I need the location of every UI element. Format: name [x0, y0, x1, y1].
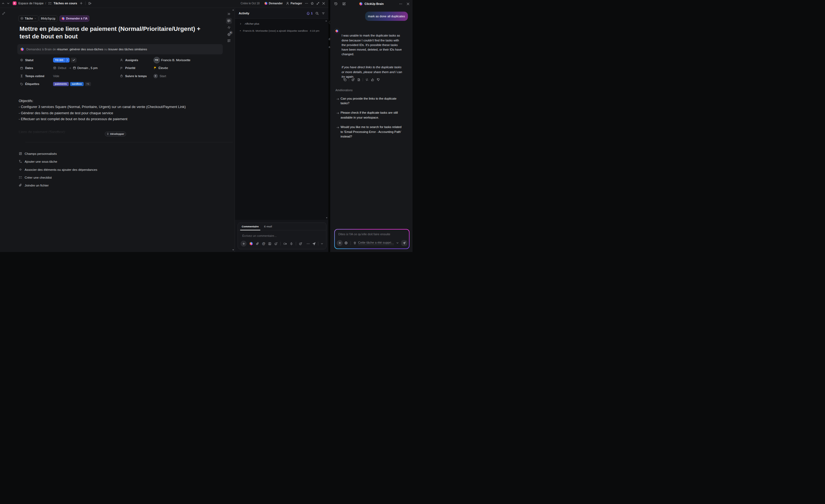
- send-options-button[interactable]: [320, 242, 323, 245]
- brain-send-button[interactable]: [401, 240, 407, 246]
- copy-response-button[interactable]: [343, 78, 347, 81]
- custom-fields-button[interactable]: Champs personnalisés: [19, 150, 97, 157]
- thumbs-up-button[interactable]: [371, 78, 374, 81]
- brain-add-button[interactable]: [337, 240, 343, 246]
- minimize-button[interactable]: [315, 0, 320, 6]
- tags-label: Étiquettes: [18, 82, 53, 85]
- brain-suggestion-banner[interactable]: Demandez à Brain de résumer, générer des…: [17, 44, 223, 54]
- assignees-icon: [120, 59, 123, 62]
- add-attachment-button[interactable]: [241, 241, 246, 246]
- voice-clip-button[interactable]: [290, 242, 293, 245]
- next-task-button[interactable]: [6, 0, 11, 6]
- filter-activity-button[interactable]: [321, 12, 325, 15]
- brain-web-button[interactable]: [344, 241, 348, 245]
- mention-button[interactable]: @: [262, 242, 265, 245]
- task-id-chip[interactable]: 86dy3gcjg: [39, 15, 57, 22]
- suggestion-item[interactable]: Would you like me to search for tasks re…: [335, 125, 409, 139]
- assignee[interactable]: FM Francis B. Morissette: [153, 57, 191, 63]
- relationships-icon[interactable]: [2, 12, 5, 15]
- activity-entry[interactable]: • Francis B. Morissette (vous) a ajouté …: [240, 29, 319, 32]
- regenerate-button[interactable]: [365, 78, 369, 81]
- start-date-button[interactable]: Début: [53, 66, 66, 70]
- brain-more-button[interactable]: [399, 2, 402, 6]
- create-doc-button[interactable]: [357, 78, 361, 81]
- calendar-plus-icon: [53, 66, 56, 70]
- chevron-right-icon: [239, 22, 242, 25]
- close-icon: [406, 2, 410, 6]
- scroll-up-arrow[interactable]: [232, 9, 234, 11]
- track-time-label: Suivre le temps: [119, 74, 153, 78]
- brain-flower-icon: [249, 242, 253, 245]
- ai-assist-button[interactable]: [249, 242, 253, 245]
- more-tools-button[interactable]: [306, 242, 310, 245]
- banner-option-taches-similaires: trouver des tâches similaires: [108, 48, 147, 51]
- assign-comment-button[interactable]: [299, 242, 302, 245]
- create-checklist-button[interactable]: Créer une checklist: [19, 173, 97, 182]
- relations-tab-button[interactable]: [227, 26, 231, 29]
- record-clip-button[interactable]: [283, 242, 287, 245]
- context-chip[interactable]: Cette tâche a été suppri...: [353, 241, 394, 245]
- tags-more-badge[interactable]: +1: [85, 82, 91, 86]
- expand-description-button[interactable]: Développer: [105, 132, 126, 136]
- attach-button[interactable]: [256, 242, 259, 245]
- clip-person-button[interactable]: [268, 242, 272, 245]
- search-activity-button[interactable]: [315, 12, 319, 15]
- estimate-value[interactable]: Vide: [53, 74, 59, 78]
- brain-input-box[interactable]: Dites à l’IA ce qu’elle doit faire ensui…: [334, 229, 409, 249]
- ask-button[interactable]: Demander: [263, 0, 284, 6]
- status-next-icon[interactable]: [65, 58, 70, 63]
- breadcrumb-space[interactable]: Espace de l’équipe: [18, 2, 44, 5]
- show-more-button[interactable]: Afficher plus: [239, 22, 259, 25]
- prev-task-button[interactable]: [1, 0, 6, 6]
- emoji-button[interactable]: [274, 242, 278, 245]
- action-label: Champs personnalisés: [25, 152, 57, 155]
- action-label: Associer des éléments ou ajouter des dép…: [25, 168, 97, 171]
- apps-button[interactable]: [227, 39, 231, 43]
- assignee-avatar[interactable]: FM: [153, 57, 160, 63]
- tab-commentaire[interactable]: Commentaire: [242, 223, 259, 230]
- favorite-button[interactable]: [310, 0, 315, 6]
- send-icon: [312, 242, 316, 245]
- create-task-button[interactable]: [351, 78, 355, 81]
- comments-tab-button[interactable]: [226, 18, 232, 24]
- tab-email[interactable]: E-mail: [264, 223, 272, 230]
- activity-globe-button[interactable]: 4: [227, 33, 231, 36]
- brain-close-button[interactable]: [406, 2, 410, 6]
- brain-history-button[interactable]: [334, 2, 338, 6]
- feed-scroll-down-arrow[interactable]: [326, 217, 328, 219]
- priority-value[interactable]: Élevée: [153, 66, 168, 70]
- brain-new-chat-button[interactable]: [342, 2, 346, 6]
- suggestion-item[interactable]: Can you provide the links to the duplica…: [335, 96, 409, 106]
- due-date-button[interactable]: Demain , 5 pm: [73, 66, 98, 70]
- breadcrumb-list[interactable]: Tâches en cours: [54, 2, 77, 5]
- thumbs-down-button[interactable]: [376, 78, 380, 81]
- ask-ai-button[interactable]: Demander à l’IA: [60, 15, 90, 22]
- tag-paiements[interactable]: paiements: [53, 82, 69, 86]
- task-type-dropdown[interactable]: Tâche: [18, 15, 39, 22]
- mark-complete-button[interactable]: [71, 58, 77, 63]
- space-avatar[interactable]: E: [13, 1, 16, 5]
- share-button[interactable]: Partager: [285, 0, 303, 6]
- attach-file-button[interactable]: Joindre un fichier: [19, 182, 97, 189]
- scroll-down-arrow[interactable]: [232, 249, 234, 251]
- suggestion-item[interactable]: Please check if the duplicate tasks are …: [335, 111, 409, 120]
- tag-sandbox[interactable]: sandbox: [70, 82, 84, 86]
- track-time-label-text: Suivre le temps: [125, 74, 147, 78]
- open-in-new-button[interactable]: [87, 0, 92, 6]
- context-chevron-button[interactable]: [396, 241, 399, 244]
- more-menu-button[interactable]: [304, 0, 309, 6]
- comment-input[interactable]: Écrivez un commentaire...: [242, 234, 277, 237]
- start-timer-button[interactable]: Start: [153, 74, 166, 78]
- send-comment-button[interactable]: [312, 242, 316, 245]
- notifications-button[interactable]: 1: [306, 12, 313, 15]
- close-task-button[interactable]: [321, 0, 326, 6]
- task-title[interactable]: Mettre en place liens de paiement (Norma…: [19, 25, 220, 41]
- add-dependency-button[interactable]: Associer des éléments ou ajouter des dép…: [19, 166, 97, 173]
- banner-option-sous-taches: générer des sous-tâches: [70, 48, 103, 51]
- status-button[interactable]: TO DO: [53, 58, 70, 63]
- feed-scroll-up-arrow[interactable]: [325, 20, 327, 22]
- task-description[interactable]: Objectifs: - Configurer 3 services Squar…: [19, 98, 223, 122]
- add-task-button[interactable]: [79, 0, 84, 6]
- collapse-sidebar-button[interactable]: [227, 12, 231, 16]
- add-subtask-button[interactable]: Ajouter une sous-tâche: [19, 157, 97, 165]
